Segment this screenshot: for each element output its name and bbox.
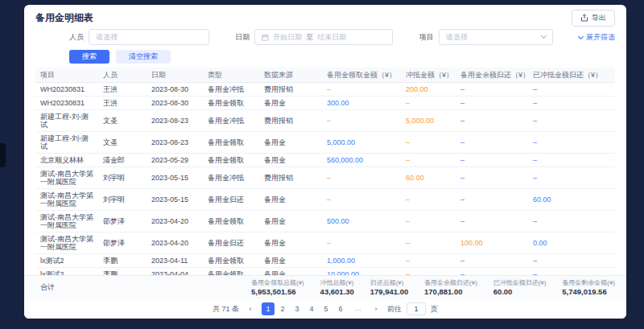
expand-filters-label: 展开筛选 <box>586 32 615 43</box>
amount-cell: – <box>528 110 615 132</box>
page-button-2[interactable]: 2 <box>276 302 289 315</box>
source-cell: 备用金 <box>259 189 322 211</box>
column-type: 类型 <box>203 68 259 83</box>
chevron-down-icon <box>541 33 547 39</box>
type-cell: 备用金领取 <box>203 154 259 167</box>
summary-item-balance-returned: 备用金余额归还(¥) 170,881.00 <box>424 279 477 296</box>
date-cell: 2023-05-15 <box>147 189 203 211</box>
date-filter-label: 日期 <box>235 32 250 43</box>
amount-cell: – <box>456 167 528 189</box>
clear-search-button[interactable]: 清空搜索 <box>116 50 171 64</box>
source-cell: 备用金 <box>259 132 322 154</box>
project-select[interactable]: 请选择 <box>439 29 553 45</box>
summary-item-value: 5,749,019.56 <box>562 287 615 296</box>
type-cell: 备用金冲抵 <box>203 83 259 97</box>
type-cell: 备用金冲抵 <box>203 167 259 189</box>
table-row: 测试-南昌大学第一附属医院刘宇明2023-05-15备用金冲抵费用报销–60.0… <box>35 167 615 189</box>
amount-cell: – <box>528 254 615 268</box>
person-filter-label: 人员 <box>69 32 84 43</box>
table-row: 测试-南昌大学第一附属医院邵梦泽2023-04-20备用金领取备用金500.00… <box>35 211 615 232</box>
data-table: 项目 人员 日期 类型 数据来源 备用金领取金额（¥） 冲抵金额（¥） 备用金余… <box>35 68 615 275</box>
amount-cell: – <box>528 83 615 97</box>
summary-total-label: 合计 <box>40 282 55 293</box>
date-cell: 2023-04-20 <box>147 232 203 254</box>
amount-cell: – <box>401 189 456 211</box>
next-page-button[interactable]: › <box>369 302 382 315</box>
date-range-separator: 至 <box>306 32 313 43</box>
project-filter-group: 项目 请选择 <box>419 29 553 45</box>
expand-filters-link[interactable]: 展开筛选 <box>579 32 615 43</box>
source-cell: 备用金 <box>259 97 322 110</box>
page-button-5[interactable]: 5 <box>320 302 332 315</box>
date-cell: 2023-04-20 <box>147 211 203 232</box>
project-cell: 新建工程-刘-测试 <box>35 132 98 154</box>
summary-item-value: 60.00 <box>493 287 547 296</box>
page-button-1[interactable]: 1 <box>262 302 275 315</box>
summary-item-label: 归还总额(¥) <box>370 279 409 286</box>
column-offset-amount: 冲抵金额（¥） <box>401 68 456 83</box>
table-row: 北京顺义林林清金郎2023-05-29备用金领取备用金560,000.00––– <box>35 154 615 167</box>
person-cell: 李鹏 <box>98 268 147 276</box>
person-cell: 李鹏 <box>98 254 147 268</box>
column-person: 人员 <box>98 68 147 83</box>
prev-page-button[interactable]: ‹ <box>244 302 257 315</box>
date-end-placeholder: 结束日期 <box>317 32 346 43</box>
person-cell: 王洪 <box>98 83 147 97</box>
filter-bar: 人员 请选择 日期 开始日期 至 结束日期 <box>24 26 626 47</box>
person-cell: 文圣 <box>98 110 147 132</box>
page-button-3[interactable]: 3 <box>291 302 303 315</box>
date-cell: 2023-04-11 <box>147 254 203 268</box>
amount-cell: 60.00 <box>528 189 615 211</box>
summary-items: 备用金领取总额(¥) 5,953,501.56 冲抵总额(¥) 43,601.3… <box>251 279 615 296</box>
summary-item-value: 43,601.30 <box>320 287 354 296</box>
column-date: 日期 <box>147 68 203 83</box>
export-button[interactable]: 导出 <box>572 10 615 27</box>
person-select[interactable]: 请选择 <box>89 29 209 45</box>
amount-cell: – <box>401 268 456 276</box>
amount-cell: 500.00 <box>322 211 401 232</box>
project-cell: lx测试2 <box>35 268 98 276</box>
amount-cell: – <box>528 268 615 276</box>
project-cell: 测试-南昌大学第一附属医院 <box>35 211 98 232</box>
amount-cell: – <box>456 189 528 211</box>
amount-cell: 560,000.00 <box>322 154 401 167</box>
source-cell: 备用金 <box>259 254 322 268</box>
project-filter-label: 项目 <box>419 32 434 43</box>
amount-cell: – <box>456 132 528 154</box>
summary-item-offset-total: 冲抵总额(¥) 43,601.30 <box>320 279 354 296</box>
amount-cell: 100.00 <box>456 232 528 254</box>
goto-label: 前往 <box>387 304 402 315</box>
summary-item-label: 已冲抵金额归还(¥) <box>493 279 547 286</box>
table-header-row: 项目 人员 日期 类型 数据来源 备用金领取金额（¥） 冲抵金额（¥） 备用金余… <box>35 68 615 83</box>
type-cell: 备用金归还 <box>203 189 259 211</box>
goto-page-input[interactable] <box>407 302 426 315</box>
source-cell: 费用报销 <box>259 110 322 132</box>
chevron-down-icon <box>578 33 584 39</box>
summary-item-label: 冲抵总额(¥) <box>320 279 354 286</box>
summary-item-received-total: 备用金领取总额(¥) 5,953,501.56 <box>251 279 304 296</box>
pagination-total: 共 71 条 <box>213 304 239 315</box>
pagination: 共 71 条 ‹ 123456 ... › 前往 页 <box>24 299 626 319</box>
page-button-4[interactable]: 4 <box>305 302 318 315</box>
date-cell: 2023-08-30 <box>147 83 203 97</box>
table-body: WH20230831王洪2023-08-30备用金冲抵费用报销–200.00––… <box>35 83 615 276</box>
amount-cell: – <box>322 83 401 97</box>
pagination-ellipsis: ... <box>352 302 365 315</box>
amount-cell: – <box>528 211 615 232</box>
summary-item-remaining: 备用金剩余金额(¥) 5,749,019.56 <box>562 279 615 296</box>
amount-cell: – <box>456 254 528 268</box>
date-range-input[interactable]: 开始日期 至 结束日期 <box>254 29 393 45</box>
table-row: 测试-南昌大学第一附属医院邵梦泽2023-04-20备用金归还备用金––100.… <box>35 232 615 254</box>
date-start-placeholder: 开始日期 <box>273 32 302 43</box>
amount-cell: – <box>456 268 528 276</box>
sidebar-collapse-handle[interactable] <box>0 143 6 167</box>
amount-cell: 5,000.00 <box>322 132 401 154</box>
amount-cell: – <box>456 154 528 167</box>
summary-item-label: 备用金领取总额(¥) <box>251 279 304 286</box>
table-row: lx测试2李鹏2023-04-04备用金领取备用金10,000.00––– <box>35 268 615 276</box>
page-button-6[interactable]: 6 <box>334 302 347 315</box>
main-panel: 备用金明细表 导出 人员 请选择 日期 <box>24 5 626 319</box>
table-row: 新建工程-刘-测试文圣2023-08-23备用金领取备用金5,000.00––– <box>35 132 615 154</box>
person-cell: 刘宇明 <box>98 167 147 189</box>
search-button[interactable]: 搜索 <box>69 50 109 64</box>
